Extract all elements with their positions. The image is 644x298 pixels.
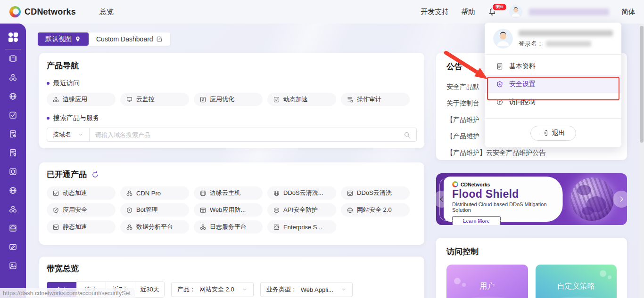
banner-content: CDNetworks Flood Shield Distributed Clou… — [444, 177, 562, 222]
carousel-next-button[interactable] — [613, 191, 627, 208]
promo-banner[interactable]: CDNetworks Flood Shield Distributed Clou… — [436, 173, 627, 225]
product-chip-label: 日志服务平台 — [210, 223, 247, 231]
menu-item-基本资料[interactable]: 基本资料 — [485, 57, 621, 75]
product-chip-label: 云监控 — [136, 95, 155, 104]
nav-overview[interactable]: 总览 — [99, 8, 114, 16]
sidebar-item-globeShield-icon[interactable] — [8, 186, 17, 195]
sidebar-item-cardPen-icon[interactable] — [8, 242, 17, 251]
product-chip[interactable]: 云监控 — [120, 93, 189, 106]
product-chip[interactable]: 数据分析平台 — [120, 220, 189, 234]
sidebar-item-globeShield-icon[interactable] — [8, 92, 17, 101]
product-chip-label: 数据分析平台 — [136, 223, 173, 231]
check-icon — [273, 96, 280, 103]
product-chip[interactable]: 应用优化 — [194, 93, 263, 106]
refresh-icon[interactable] — [91, 171, 99, 178]
scrollbar-thumb[interactable] — [640, 26, 644, 143]
sidebar-item-cluster-icon[interactable] — [8, 73, 17, 82]
optimize-icon — [199, 96, 206, 103]
product-chip-label: 动态加速 — [63, 189, 87, 197]
page-scrollbar[interactable] — [639, 24, 644, 298]
access-tile-policies[interactable]: 自定义策略42/1000 — [536, 265, 617, 298]
cluster-icon — [126, 224, 133, 231]
recent-visits-label: 最近访问 — [53, 79, 80, 88]
edit-icon — [156, 36, 163, 42]
sidebar-item-docEye-icon[interactable] — [8, 129, 17, 138]
sidebar-item-check-icon[interactable] — [8, 111, 17, 120]
tab-custom-dashboard[interactable]: Custom Dashboard — [89, 32, 170, 46]
sidebar-item-cluster-icon[interactable] — [8, 205, 17, 214]
product-chip[interactable]: 静态加速 — [47, 220, 116, 234]
product-chip-label: 静态加速 — [63, 223, 87, 231]
sidebar-item-image-icon[interactable] — [8, 261, 17, 270]
nav-dev-support[interactable]: 开发支持 — [421, 8, 449, 16]
product-chip[interactable]: Web应用防... — [194, 203, 263, 217]
tab-default-view[interactable]: 默认视图 — [38, 32, 89, 46]
learn-more-button[interactable]: Learn More — [452, 216, 501, 225]
avatar[interactable] — [509, 5, 522, 18]
product-chip[interactable]: DDoS云清洗... — [267, 186, 336, 200]
product-chip[interactable]: API安全防护 — [267, 203, 336, 217]
banner-subtitle: Distributed Cloud-based DDoS Mitigation … — [452, 201, 562, 213]
sidebar-item-docBadge-icon[interactable] — [8, 148, 17, 157]
product-chip[interactable]: Enterprise S... — [267, 220, 336, 234]
product-chip[interactable]: DDoS云清洗 — [341, 186, 410, 200]
chevron-right-icon — [618, 195, 625, 203]
sidebar-item-shieldBox-icon[interactable] — [8, 167, 17, 176]
tile-label: 自定义策略 — [536, 282, 617, 291]
check-icon — [52, 190, 59, 197]
product-chip[interactable]: 网站安全 2.0 — [341, 203, 410, 217]
sidebar-nav — [0, 24, 26, 298]
logout-button[interactable]: 退出 — [530, 126, 576, 141]
product-chip[interactable]: Bot管理 — [120, 203, 189, 217]
shield-icon — [52, 207, 59, 214]
brand[interactable]: CDNetworks — [9, 6, 76, 17]
bandwidth-title: 带宽总览 — [47, 263, 417, 274]
product-chip[interactable]: 日志服务平台 — [194, 220, 263, 234]
domain-search-input[interactable] — [90, 131, 404, 138]
chevron-down-icon — [78, 132, 83, 137]
product-chip[interactable]: 动态加速 — [267, 93, 336, 106]
cdnetworks-logo-icon — [452, 181, 458, 187]
search-icon[interactable] — [404, 131, 411, 138]
product-chip[interactable]: 动态加速 — [47, 186, 116, 200]
bullet-dot — [47, 82, 50, 85]
cluster-icon — [126, 190, 133, 197]
notification-bell[interactable]: 99+ — [487, 7, 497, 16]
globe-illustration — [570, 177, 614, 221]
sidebar-item-server-icon[interactable] — [8, 54, 17, 63]
sidebar-item-cloudBox-icon[interactable] — [8, 224, 17, 233]
nav-help[interactable]: 帮助 — [461, 8, 475, 16]
globeShield-icon — [347, 207, 354, 214]
username-redacted[interactable] — [529, 8, 609, 16]
sidebar-divider — [5, 49, 21, 49]
access-control-card: 访问控制 用户60/100自定义策略42/1000 — [436, 238, 627, 298]
access-tile-users[interactable]: 用户60/100 — [446, 265, 528, 298]
chevron-down-icon — [341, 287, 347, 292]
product-chip[interactable]: 应用安全 — [47, 203, 116, 217]
banner-title: Flood Shield — [452, 188, 562, 201]
business-type-select[interactable]: 业务类型： Web Appli... — [260, 282, 353, 297]
product-chip-label: DDoS云清洗... — [283, 189, 323, 197]
product-chip-label: Bot管理 — [136, 206, 158, 214]
product-select-value: 网站安全 2.0 — [199, 285, 234, 294]
product-chip-label: 边缘云主机 — [210, 189, 240, 197]
menu-item-安全设置[interactable]: 安全设置 — [485, 75, 621, 93]
product-nav-card: 产品导航 最近访问 边缘应用云监控应用优化动态加速操作审计 搜索产品与服务 按域… — [39, 53, 424, 148]
product-select[interactable]: 产品： 网站安全 2.0 — [171, 282, 254, 297]
product-chip[interactable]: 操作审计 — [341, 93, 410, 106]
search-type-select[interactable]: 按域名 — [47, 128, 90, 141]
product-chip[interactable]: CDN Pro — [120, 186, 189, 200]
user-name-redacted — [519, 30, 613, 36]
location-pin-icon — [74, 36, 81, 42]
tab-default-view-label: 默认视图 — [45, 35, 72, 43]
announcement-item[interactable]: 【产品维护】云安全产品维护公告 — [446, 149, 617, 157]
language-switch[interactable]: 简体 — [621, 8, 636, 16]
range-button[interactable]: 近30天 — [135, 282, 164, 297]
product-chip-label: 应用优化 — [210, 95, 234, 104]
user-menu-dropdown: 登录名： 基本资料安全设置访问控制 退出 — [485, 23, 621, 147]
menu-item-访问控制[interactable]: 访问控制 — [485, 93, 621, 111]
bullet-dot — [47, 117, 50, 120]
product-chip[interactable]: 边缘应用 — [47, 93, 116, 106]
apps-grid-icon[interactable] — [7, 31, 19, 43]
product-chip[interactable]: 边缘云主机 — [194, 186, 263, 200]
